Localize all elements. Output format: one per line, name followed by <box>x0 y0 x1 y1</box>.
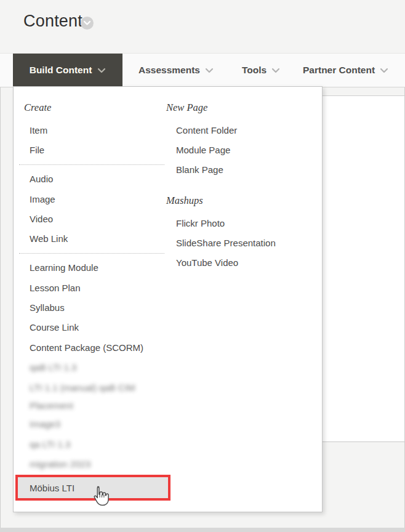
menu-item-learning-module[interactable]: Learning Module <box>23 258 180 278</box>
menu-item-web-link[interactable]: Web Link <box>23 228 180 248</box>
menu-item-redacted-5[interactable]: migration 2023 <box>23 454 180 474</box>
menu-item-syllabus[interactable]: Syllabus <box>23 297 180 317</box>
chevron-down-icon <box>97 68 106 73</box>
hand-cursor-icon <box>90 485 110 511</box>
menu-item-video[interactable]: Video <box>23 209 180 228</box>
page-bottom-divider <box>0 528 405 532</box>
menu-item-youtube-video[interactable]: YouTube Video <box>166 252 310 272</box>
chevron-down-icon <box>271 68 280 73</box>
page-title-chevron-button[interactable] <box>81 17 94 30</box>
new-page-header: New Page <box>166 102 310 114</box>
menu-item-content-package-scorm[interactable]: Content Package (SCORM) <box>23 337 180 357</box>
menu-item-blank-page[interactable]: Blank Page <box>166 160 310 180</box>
tools-label: Tools <box>242 65 267 76</box>
action-bar: Build Content Assessments Tools Partner … <box>0 53 405 87</box>
mashups-header: Mashups <box>166 195 310 207</box>
menu-item-slideshare-presentation[interactable]: SlideShare Presentation <box>166 233 310 252</box>
build-content-dropdown: Create Item File Audio Image Video Web L… <box>13 86 323 512</box>
build-content-label: Build Content <box>30 65 92 76</box>
partner-content-button[interactable]: Partner Content <box>303 54 388 87</box>
tools-button[interactable]: Tools <box>242 54 280 87</box>
menu-item-redacted-4[interactable]: qa LTI 1.3 <box>23 434 180 454</box>
assessments-label: Assessments <box>138 65 200 76</box>
menu-item-redacted-1[interactable]: qaB LTI 1.3 <box>23 357 180 377</box>
create-column: Create Item File Audio Image Video Web L… <box>23 102 180 501</box>
blackboard-content-page: Content Build Content Assessments Tools <box>0 0 405 532</box>
chevron-down-icon <box>380 68 388 73</box>
menu-item-redacted-2[interactable]: LTI 1.1 (manual) qaB CIM Placement <box>23 377 140 414</box>
chevron-down-icon <box>83 20 91 26</box>
build-content-button[interactable]: Build Content <box>13 54 122 87</box>
menu-item-item[interactable]: Item <box>23 120 180 140</box>
menu-item-course-link[interactable]: Course Link <box>23 318 180 337</box>
assessments-button[interactable]: Assessments <box>138 54 214 87</box>
page-header: Content <box>0 0 405 53</box>
menu-item-image[interactable]: Image <box>23 189 180 209</box>
create-header: Create <box>24 102 180 114</box>
menu-item-redacted-3[interactable]: Image3 <box>23 414 180 434</box>
menu-divider <box>19 253 164 254</box>
page-title: Content <box>23 12 82 31</box>
chevron-down-icon <box>205 68 214 73</box>
menu-item-file[interactable]: File <box>23 140 180 159</box>
menu-item-flickr-photo[interactable]: Flickr Photo <box>166 213 310 233</box>
menu-item-module-page[interactable]: Module Page <box>166 140 310 159</box>
menu-item-content-folder[interactable]: Content Folder <box>166 120 310 140</box>
partner-content-label: Partner Content <box>303 65 375 76</box>
menu-divider <box>19 164 164 165</box>
menu-item-lesson-plan[interactable]: Lesson Plan <box>23 278 180 297</box>
menu-item-audio[interactable]: Audio <box>23 169 180 189</box>
new-page-column: New Page Content Folder Module Page Blan… <box>166 102 310 273</box>
